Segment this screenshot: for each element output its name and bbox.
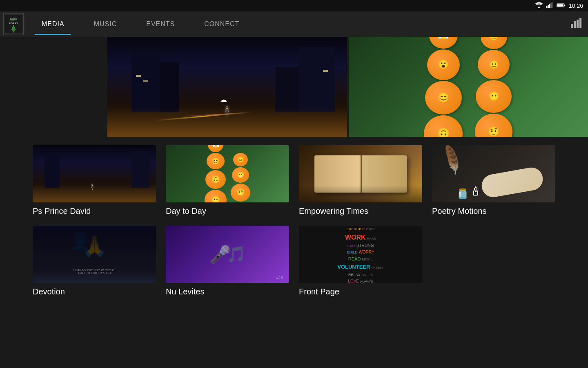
svg-rect-18	[579, 18, 581, 28]
grid-row-2: 🙏 👤 HEAR MY CRY FOR MERCY ASI CALL TO YO…	[33, 226, 555, 296]
status-bar: 10:26	[0, 0, 588, 11]
grid-item-poetry-motions[interactable]: 🪶 🕯 🫙 Poetry Motions	[432, 145, 555, 216]
svg-rect-1	[546, 6, 548, 8]
svg-text:RIVERS: RIVERS	[9, 22, 18, 25]
content-area: 🕴 Ps Prince David 😤 😊 🙃 😶 😑 😐	[0, 137, 588, 368]
battery-icon	[557, 2, 566, 9]
svg-point-0	[538, 7, 540, 8]
label-devotion: Devotion	[33, 287, 156, 296]
grid-item-front-page[interactable]: THINK NETWORK EXERCISE ONLY WORK HARD ST…	[299, 226, 422, 296]
tab-connect[interactable]: CONNECT	[189, 11, 254, 37]
app-logo[interactable]: NEW RIVERS	[3, 13, 24, 35]
svg-rect-16	[574, 21, 576, 28]
thumb-devotion: 🙏 👤 HEAR MY CRY FOR MERCY ASI CALL TO YO…	[33, 226, 156, 283]
thumb-nu-levites: 🎤 🎵 #48	[166, 226, 289, 283]
svg-rect-5	[552, 2, 553, 8]
status-time: 10:26	[569, 2, 583, 9]
svg-text:NEW: NEW	[10, 18, 17, 21]
chart-icon[interactable]	[570, 17, 581, 31]
thumb-front-page: THINK NETWORK EXERCISE ONLY WORK HARD ST…	[299, 226, 422, 283]
label-ps-prince-david: Ps Prince David	[33, 206, 156, 216]
thumb-poetry-motions: 🪶 🕯 🫙	[432, 145, 555, 202]
grid-item-ps-prince-david[interactable]: 🕴 Ps Prince David	[33, 145, 156, 216]
grid-item-devotion[interactable]: 🙏 👤 HEAR MY CRY FOR MERCY ASI CALL TO YO…	[33, 226, 156, 296]
nav-right	[570, 17, 581, 31]
label-nu-levites: Nu Levites	[166, 287, 289, 296]
grid-item-empowering-times[interactable]: Empowering Times	[299, 145, 422, 216]
nav-bar: NEW RIVERS MEDIA MUSIC EVENTS CONNECT	[0, 11, 588, 37]
tab-media[interactable]: MEDIA	[27, 11, 79, 37]
nav-tabs: MEDIA MUSIC EVENTS CONNECT	[27, 11, 254, 37]
thumb-day-to-day: 😤 😊 🙃 😶 😑 😐 🤨	[166, 145, 289, 202]
hero-image-oranges[interactable]: 😤 😮 😊 🙃 😑 😐 😶 🤨	[349, 37, 588, 137]
svg-rect-7	[564, 4, 565, 6]
svg-rect-4	[550, 2, 552, 8]
label-front-page: Front Page	[299, 287, 422, 296]
label-empowering-times: Empowering Times	[299, 206, 422, 216]
svg-rect-15	[571, 24, 573, 28]
label-day-to-day: Day to Day	[166, 206, 289, 216]
svg-rect-14	[13, 30, 14, 33]
svg-rect-2	[548, 5, 549, 8]
tab-music[interactable]: MUSIC	[79, 11, 132, 37]
svg-rect-8	[557, 4, 564, 7]
hero-section: 🕴 ☂ 😤 😮 😊 🙃 😑 😐 😶 🤨	[107, 37, 588, 137]
svg-rect-3	[549, 4, 550, 8]
svg-rect-17	[577, 20, 579, 28]
hero-image-city[interactable]: 🕴 ☂	[107, 37, 347, 137]
grid-item-day-to-day[interactable]: 😤 😊 🙃 😶 😑 😐 🤨 Day to Day	[166, 145, 289, 216]
label-poetry-motions: Poetry Motions	[432, 206, 555, 216]
grid-item-nu-levites[interactable]: 🎤 🎵 #48 Nu Levites	[166, 226, 289, 296]
tab-events[interactable]: EVENTS	[131, 11, 189, 37]
wifi-icon	[535, 2, 543, 9]
thumb-ps-prince-david: 🕴	[33, 145, 156, 202]
thumb-empowering-times	[299, 145, 422, 202]
signal-icon	[546, 2, 553, 9]
grid-row-1: 🕴 Ps Prince David 😤 😊 🙃 😶 😑 😐	[33, 145, 555, 216]
